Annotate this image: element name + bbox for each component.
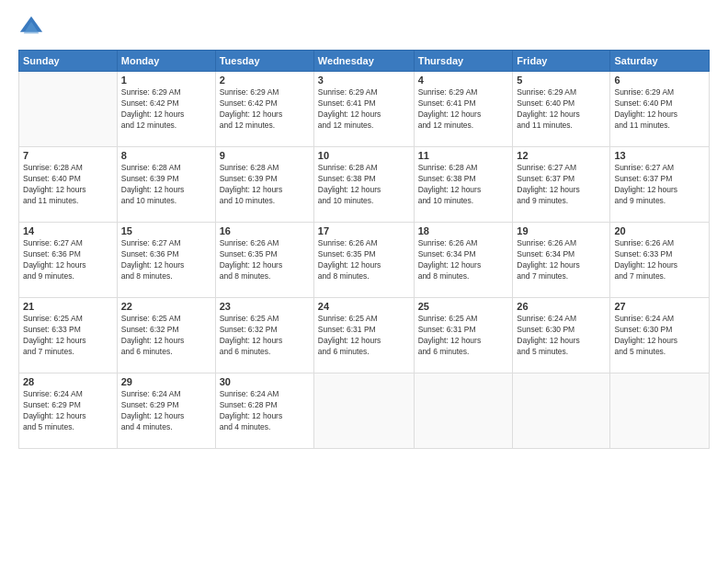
calendar-cell: 10Sunrise: 6:28 AM Sunset: 6:38 PM Dayli… <box>313 147 414 223</box>
calendar-cell: 16Sunrise: 6:26 AM Sunset: 6:35 PM Dayli… <box>215 223 313 298</box>
calendar-cell: 25Sunrise: 6:25 AM Sunset: 6:31 PM Dayli… <box>414 298 513 373</box>
day-info: Sunrise: 6:24 AM Sunset: 6:30 PM Dayligh… <box>614 314 705 358</box>
logo-icon <box>18 15 44 40</box>
calendar-cell: 13Sunrise: 6:27 AM Sunset: 6:37 PM Dayli… <box>610 147 710 223</box>
day-info: Sunrise: 6:29 AM Sunset: 6:42 PM Dayligh… <box>121 87 211 132</box>
day-number: 12 <box>517 150 606 161</box>
day-header: Tuesday <box>215 51 313 72</box>
calendar-cell: 22Sunrise: 6:25 AM Sunset: 6:32 PM Dayli… <box>117 298 215 373</box>
day-info: Sunrise: 6:29 AM Sunset: 6:40 PM Dayligh… <box>614 87 705 132</box>
day-info: Sunrise: 6:28 AM Sunset: 6:39 PM Dayligh… <box>220 163 310 207</box>
day-number: 13 <box>614 150 705 161</box>
calendar-cell <box>414 373 513 449</box>
day-header: Thursday <box>414 51 513 72</box>
week-row: 1Sunrise: 6:29 AM Sunset: 6:42 PM Daylig… <box>19 72 710 147</box>
calendar-cell: 23Sunrise: 6:25 AM Sunset: 6:32 PM Dayli… <box>215 298 313 373</box>
day-header: Friday <box>513 51 610 72</box>
calendar-cell: 4Sunrise: 6:29 AM Sunset: 6:41 PM Daylig… <box>414 72 513 147</box>
day-number: 6 <box>614 75 705 86</box>
day-number: 25 <box>418 301 509 312</box>
day-number: 5 <box>517 75 606 86</box>
calendar-cell <box>313 373 414 449</box>
day-info: Sunrise: 6:27 AM Sunset: 6:37 PM Dayligh… <box>614 163 705 207</box>
day-info: Sunrise: 6:29 AM Sunset: 6:42 PM Dayligh… <box>220 87 310 132</box>
day-info: Sunrise: 6:25 AM Sunset: 6:31 PM Dayligh… <box>418 314 509 358</box>
calendar-cell <box>513 373 610 449</box>
calendar: SundayMondayTuesdayWednesdayThursdayFrid… <box>18 50 710 449</box>
day-number: 4 <box>418 75 509 86</box>
day-info: Sunrise: 6:26 AM Sunset: 6:33 PM Dayligh… <box>614 238 705 282</box>
calendar-cell: 24Sunrise: 6:25 AM Sunset: 6:31 PM Dayli… <box>313 298 414 373</box>
calendar-cell: 26Sunrise: 6:24 AM Sunset: 6:30 PM Dayli… <box>513 298 610 373</box>
day-info: Sunrise: 6:28 AM Sunset: 6:38 PM Dayligh… <box>418 163 509 207</box>
day-number: 3 <box>318 75 410 86</box>
day-header: Saturday <box>610 51 710 72</box>
calendar-cell: 3Sunrise: 6:29 AM Sunset: 6:41 PM Daylig… <box>313 72 414 147</box>
page: SundayMondayTuesdayWednesdayThursdayFrid… <box>0 0 728 563</box>
day-info: Sunrise: 6:27 AM Sunset: 6:37 PM Dayligh… <box>517 163 606 207</box>
day-info: Sunrise: 6:25 AM Sunset: 6:31 PM Dayligh… <box>318 314 410 358</box>
day-number: 1 <box>121 75 211 86</box>
day-number: 9 <box>220 150 310 161</box>
day-info: Sunrise: 6:28 AM Sunset: 6:39 PM Dayligh… <box>121 163 211 207</box>
calendar-cell: 15Sunrise: 6:27 AM Sunset: 6:36 PM Dayli… <box>117 223 215 298</box>
day-info: Sunrise: 6:26 AM Sunset: 6:35 PM Dayligh… <box>318 238 410 282</box>
day-number: 29 <box>121 376 211 387</box>
week-row: 21Sunrise: 6:25 AM Sunset: 6:33 PM Dayli… <box>19 298 710 373</box>
calendar-cell: 12Sunrise: 6:27 AM Sunset: 6:37 PM Dayli… <box>513 147 610 223</box>
calendar-cell: 5Sunrise: 6:29 AM Sunset: 6:40 PM Daylig… <box>513 72 610 147</box>
day-info: Sunrise: 6:28 AM Sunset: 6:38 PM Dayligh… <box>318 163 410 207</box>
day-header: Wednesday <box>313 51 414 72</box>
day-info: Sunrise: 6:29 AM Sunset: 6:40 PM Dayligh… <box>517 87 606 132</box>
day-info: Sunrise: 6:24 AM Sunset: 6:29 PM Dayligh… <box>23 389 113 433</box>
day-number: 24 <box>318 301 410 312</box>
calendar-cell: 8Sunrise: 6:28 AM Sunset: 6:39 PM Daylig… <box>117 147 215 223</box>
calendar-cell: 7Sunrise: 6:28 AM Sunset: 6:40 PM Daylig… <box>19 147 118 223</box>
logo <box>18 15 48 40</box>
day-info: Sunrise: 6:24 AM Sunset: 6:30 PM Dayligh… <box>517 314 606 358</box>
calendar-cell: 14Sunrise: 6:27 AM Sunset: 6:36 PM Dayli… <box>19 223 118 298</box>
day-number: 11 <box>418 150 509 161</box>
calendar-cell: 2Sunrise: 6:29 AM Sunset: 6:42 PM Daylig… <box>215 72 313 147</box>
day-info: Sunrise: 6:29 AM Sunset: 6:41 PM Dayligh… <box>318 87 410 132</box>
day-number: 21 <box>23 301 113 312</box>
day-number: 17 <box>318 225 410 236</box>
day-number: 23 <box>220 301 310 312</box>
day-header: Monday <box>117 51 215 72</box>
day-info: Sunrise: 6:28 AM Sunset: 6:40 PM Dayligh… <box>23 163 113 207</box>
week-row: 14Sunrise: 6:27 AM Sunset: 6:36 PM Dayli… <box>19 223 710 298</box>
day-info: Sunrise: 6:27 AM Sunset: 6:36 PM Dayligh… <box>23 238 113 282</box>
day-header: Sunday <box>19 51 118 72</box>
day-info: Sunrise: 6:25 AM Sunset: 6:32 PM Dayligh… <box>121 314 211 358</box>
week-row: 7Sunrise: 6:28 AM Sunset: 6:40 PM Daylig… <box>19 147 710 223</box>
calendar-cell: 6Sunrise: 6:29 AM Sunset: 6:40 PM Daylig… <box>610 72 710 147</box>
calendar-cell: 17Sunrise: 6:26 AM Sunset: 6:35 PM Dayli… <box>313 223 414 298</box>
day-info: Sunrise: 6:26 AM Sunset: 6:35 PM Dayligh… <box>220 238 310 282</box>
calendar-cell: 21Sunrise: 6:25 AM Sunset: 6:33 PM Dayli… <box>19 298 118 373</box>
calendar-cell: 29Sunrise: 6:24 AM Sunset: 6:29 PM Dayli… <box>117 373 215 449</box>
calendar-cell: 18Sunrise: 6:26 AM Sunset: 6:34 PM Dayli… <box>414 223 513 298</box>
day-number: 26 <box>517 301 606 312</box>
day-number: 10 <box>318 150 410 161</box>
day-number: 16 <box>220 225 310 236</box>
calendar-cell: 1Sunrise: 6:29 AM Sunset: 6:42 PM Daylig… <box>117 72 215 147</box>
calendar-cell: 9Sunrise: 6:28 AM Sunset: 6:39 PM Daylig… <box>215 147 313 223</box>
day-number: 27 <box>614 301 705 312</box>
week-row: 28Sunrise: 6:24 AM Sunset: 6:29 PM Dayli… <box>19 373 710 449</box>
day-number: 18 <box>418 225 509 236</box>
day-number: 28 <box>23 376 113 387</box>
day-info: Sunrise: 6:25 AM Sunset: 6:33 PM Dayligh… <box>23 314 113 358</box>
day-number: 19 <box>517 225 606 236</box>
day-info: Sunrise: 6:29 AM Sunset: 6:41 PM Dayligh… <box>418 87 509 132</box>
day-info: Sunrise: 6:24 AM Sunset: 6:28 PM Dayligh… <box>220 389 310 433</box>
calendar-cell: 20Sunrise: 6:26 AM Sunset: 6:33 PM Dayli… <box>610 223 710 298</box>
day-number: 20 <box>614 225 705 236</box>
day-number: 2 <box>220 75 310 86</box>
day-info: Sunrise: 6:24 AM Sunset: 6:29 PM Dayligh… <box>121 389 211 433</box>
calendar-header-row: SundayMondayTuesdayWednesdayThursdayFrid… <box>19 51 710 72</box>
day-info: Sunrise: 6:26 AM Sunset: 6:34 PM Dayligh… <box>517 238 606 282</box>
calendar-cell: 30Sunrise: 6:24 AM Sunset: 6:28 PM Dayli… <box>215 373 313 449</box>
day-number: 8 <box>121 150 211 161</box>
day-info: Sunrise: 6:26 AM Sunset: 6:34 PM Dayligh… <box>418 238 509 282</box>
day-info: Sunrise: 6:25 AM Sunset: 6:32 PM Dayligh… <box>220 314 310 358</box>
